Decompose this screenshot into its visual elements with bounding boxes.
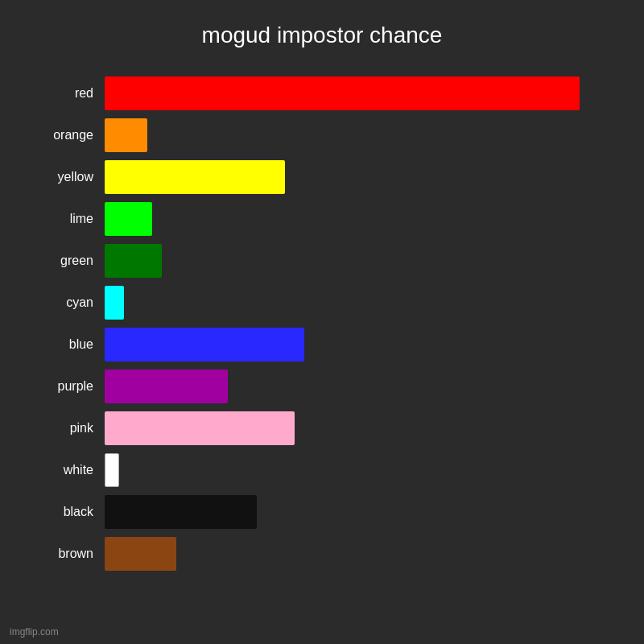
bar-label: brown: [32, 547, 105, 561]
bar-label: orange: [32, 128, 105, 142]
bar-row: lime: [32, 198, 612, 240]
bar-fill: [105, 537, 176, 571]
bar-row: red: [32, 72, 612, 114]
bar-fill: [105, 160, 285, 194]
bar-fill: [105, 495, 257, 529]
bar-row: green: [32, 240, 612, 282]
bar-label: white: [32, 463, 105, 477]
bar-track: [105, 411, 612, 445]
bar-track: [105, 328, 612, 361]
bar-row: white: [32, 449, 612, 491]
bar-label: green: [32, 254, 105, 268]
bar-track: [105, 495, 612, 529]
bar-track: [105, 453, 612, 487]
bar-track: [105, 286, 612, 320]
bar-chart: redorangeyellowlimegreencyanbluepurplepi…: [32, 72, 612, 575]
bar-label: pink: [32, 421, 105, 436]
bar-row: blue: [32, 324, 612, 365]
bar-label: lime: [32, 212, 105, 226]
bar-track: [105, 537, 612, 571]
bar-track: [105, 76, 612, 110]
bar-fill: [105, 76, 580, 110]
bar-label: red: [32, 86, 105, 101]
bar-row: brown: [32, 533, 612, 575]
bar-track: [105, 202, 612, 236]
bar-track: [105, 160, 612, 194]
bar-fill: [105, 118, 147, 152]
bar-label: black: [32, 505, 105, 519]
bar-fill: [105, 411, 295, 445]
bar-fill: [105, 286, 124, 320]
bar-label: yellow: [32, 170, 105, 184]
bar-row: purple: [32, 365, 612, 407]
bar-label: purple: [32, 379, 105, 394]
bar-fill: [105, 328, 304, 361]
watermark: imgflip.com: [10, 626, 59, 638]
bar-track: [105, 244, 612, 278]
bar-fill: [105, 453, 119, 487]
bar-fill: [105, 202, 152, 236]
chart-title: mogud impostor chance: [202, 23, 443, 48]
bar-row: cyan: [32, 282, 612, 324]
bar-track: [105, 118, 612, 152]
bar-row: yellow: [32, 156, 612, 198]
bar-track: [105, 369, 612, 403]
bar-fill: [105, 369, 228, 403]
bar-row: pink: [32, 407, 612, 449]
bar-row: orange: [32, 114, 612, 156]
bar-label: cyan: [32, 295, 105, 310]
bar-row: black: [32, 491, 612, 533]
bar-label: blue: [32, 337, 105, 352]
bar-fill: [105, 244, 162, 278]
